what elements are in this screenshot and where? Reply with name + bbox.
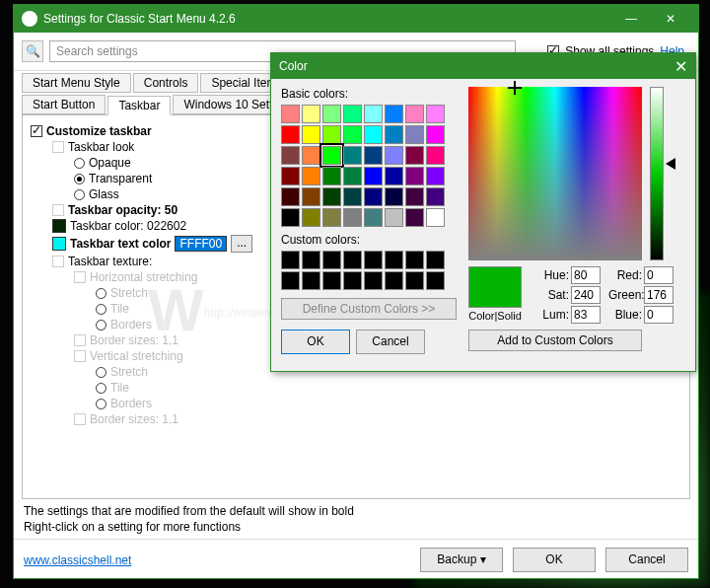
basic-color-swatch[interactable]: [364, 167, 383, 185]
basic-color-swatch[interactable]: [385, 208, 403, 227]
custom-color-slot[interactable]: [322, 251, 341, 269]
custom-colors-label: Custom colors:: [281, 233, 459, 247]
basic-color-swatch[interactable]: [405, 125, 424, 144]
red-input[interactable]: [644, 266, 674, 284]
transparent-radio[interactable]: [74, 174, 85, 184]
basic-color-swatch[interactable]: [426, 125, 445, 144]
custom-color-slot[interactable]: [302, 251, 320, 269]
tab-start-button[interactable]: Start Button: [22, 95, 106, 114]
customize-checkbox[interactable]: [31, 125, 42, 137]
basic-color-swatch[interactable]: [322, 208, 341, 227]
ok-button[interactable]: OK: [513, 548, 596, 572]
basic-color-swatch[interactable]: [322, 187, 341, 206]
basic-color-swatch[interactable]: [302, 208, 320, 227]
basic-color-swatch[interactable]: [281, 208, 300, 227]
luminance-handle-icon[interactable]: [666, 158, 675, 170]
browse-color-button[interactable]: ...: [231, 235, 252, 253]
basic-color-swatch[interactable]: [364, 146, 383, 165]
custom-color-slot[interactable]: [343, 251, 362, 269]
basic-color-swatch[interactable]: [385, 187, 403, 206]
basic-color-swatch[interactable]: [302, 105, 320, 123]
basic-color-swatch[interactable]: [322, 125, 341, 144]
basic-color-swatch[interactable]: [302, 125, 320, 144]
add-custom-button[interactable]: Add to Custom Colors: [468, 330, 642, 351]
basic-color-swatch[interactable]: [302, 146, 320, 165]
color-spectrum[interactable]: [468, 87, 642, 260]
basic-color-swatch[interactable]: [343, 167, 362, 185]
basic-color-swatch[interactable]: [385, 167, 403, 185]
cancel-button[interactable]: Cancel: [605, 548, 688, 572]
basic-color-swatch[interactable]: [281, 105, 300, 123]
basic-color-swatch[interactable]: [364, 105, 383, 123]
custom-color-slot[interactable]: [385, 251, 403, 269]
basic-color-swatch[interactable]: [281, 125, 300, 144]
custom-color-slot[interactable]: [405, 251, 424, 269]
hue-input[interactable]: [571, 266, 601, 284]
website-link[interactable]: www.classicshell.net: [24, 553, 131, 567]
custom-color-slot[interactable]: [385, 271, 403, 290]
tab-controls[interactable]: Controls: [133, 73, 199, 93]
basic-color-swatch[interactable]: [385, 105, 403, 123]
color-dialog-close-icon[interactable]: ✕: [674, 57, 687, 76]
basic-color-swatch[interactable]: [426, 105, 445, 123]
basic-color-swatch[interactable]: [343, 125, 362, 144]
basic-color-swatch[interactable]: [364, 125, 383, 144]
custom-color-slot[interactable]: [302, 271, 320, 290]
lum-input[interactable]: [571, 306, 601, 324]
basic-color-swatch[interactable]: [385, 146, 403, 165]
basic-color-swatch[interactable]: [364, 208, 383, 227]
opaque-radio[interactable]: [74, 158, 85, 169]
sat-input[interactable]: [571, 286, 601, 304]
basic-color-swatch[interactable]: [405, 105, 424, 123]
custom-color-slot[interactable]: [281, 271, 300, 290]
define-custom-button[interactable]: Define Custom Colors >>: [281, 298, 457, 320]
tab-start-menu-style[interactable]: Start Menu Style: [22, 73, 131, 93]
custom-color-slot[interactable]: [343, 271, 362, 290]
glass-radio[interactable]: [74, 189, 85, 200]
basic-color-swatch[interactable]: [426, 146, 445, 165]
custom-color-slot[interactable]: [405, 271, 424, 290]
text-color-value[interactable]: FFFF00: [175, 236, 227, 252]
basic-color-swatch[interactable]: [281, 146, 300, 165]
basic-color-swatch[interactable]: [405, 146, 424, 165]
basic-color-swatch[interactable]: [364, 187, 383, 206]
basic-color-swatch[interactable]: [405, 187, 424, 206]
basic-color-swatch[interactable]: [426, 208, 445, 227]
basic-color-swatch[interactable]: [281, 167, 300, 185]
close-button[interactable]: ✕: [651, 7, 690, 31]
color-ok-button[interactable]: OK: [281, 330, 350, 354]
custom-color-slot[interactable]: [322, 271, 341, 290]
search-icon[interactable]: 🔍: [22, 40, 43, 62]
opacity-label[interactable]: Taskbar opacity: 50: [68, 203, 178, 217]
taskbar-color-label[interactable]: Taskbar color: 022602: [70, 219, 186, 233]
basic-color-swatch[interactable]: [405, 167, 424, 185]
basic-color-swatch[interactable]: [343, 146, 362, 165]
spectrum-crosshair[interactable]: [508, 81, 522, 95]
basic-color-swatch[interactable]: [302, 167, 320, 185]
basic-color-swatch[interactable]: [322, 146, 341, 165]
texture-label[interactable]: Taskbar texture:: [68, 255, 152, 268]
basic-color-swatch[interactable]: [343, 208, 362, 227]
luminance-slider[interactable]: [650, 87, 664, 260]
custom-color-slot[interactable]: [364, 271, 383, 290]
custom-color-slot[interactable]: [426, 271, 445, 290]
basic-color-swatch[interactable]: [343, 105, 362, 123]
custom-color-slot[interactable]: [281, 251, 300, 269]
color-cancel-button[interactable]: Cancel: [356, 330, 425, 354]
tab-taskbar[interactable]: Taskbar: [107, 96, 171, 115]
custom-color-slot[interactable]: [364, 251, 383, 269]
basic-color-swatch[interactable]: [405, 208, 424, 227]
backup-button[interactable]: Backup ▾: [420, 548, 503, 572]
blue-input[interactable]: [644, 306, 674, 324]
basic-color-swatch[interactable]: [302, 187, 320, 206]
basic-color-swatch[interactable]: [426, 167, 445, 185]
basic-color-swatch[interactable]: [322, 105, 341, 123]
minimize-button[interactable]: —: [611, 7, 651, 31]
basic-color-swatch[interactable]: [343, 187, 362, 206]
basic-color-swatch[interactable]: [322, 167, 341, 185]
custom-color-slot[interactable]: [426, 251, 445, 269]
green-input[interactable]: [644, 286, 674, 304]
basic-color-swatch[interactable]: [281, 187, 300, 206]
basic-color-swatch[interactable]: [385, 125, 403, 144]
basic-color-swatch[interactable]: [426, 187, 445, 206]
